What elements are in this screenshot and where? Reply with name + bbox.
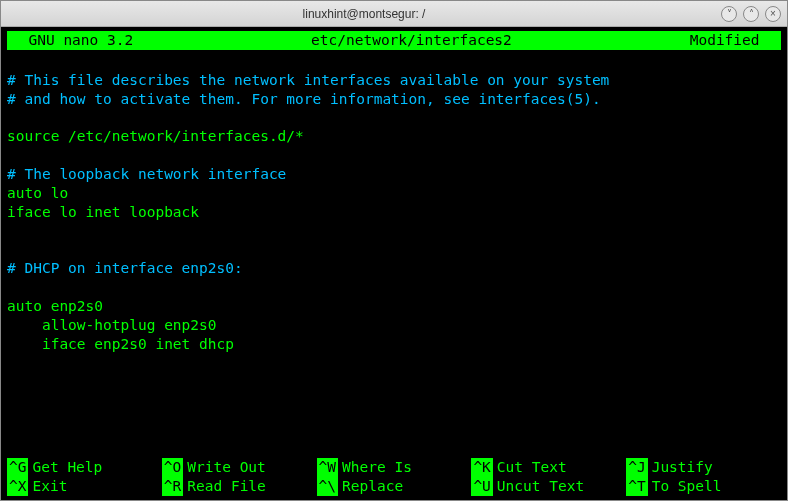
shortcut: ^KCut Text [471,458,626,477]
terminal-area[interactable]: GNU nano 3.2 etc/network/interfaces2 Mod… [1,27,787,500]
window-controls: ˅ ˄ × [721,6,781,22]
editor-line[interactable] [7,221,781,240]
shortcut-key: ^X [7,477,28,496]
editor-line[interactable] [7,353,781,372]
window-titlebar: linuxhint@montsegur: / ˅ ˄ × [1,1,787,27]
editor-line[interactable] [7,278,781,297]
editor-line[interactable]: # The loopback network interface [7,165,781,184]
editor-line[interactable] [7,146,781,165]
minimize-button[interactable]: ˅ [721,6,737,22]
editor-line[interactable]: # This file describes the network interf… [7,71,781,90]
editor-line[interactable] [7,52,781,71]
shortcut-label: Exit [28,477,67,496]
shortcut-label: Read File [183,477,266,496]
shortcut: ^WWhere Is [317,458,472,477]
shortcut: ^\Replace [317,477,472,496]
shortcut: ^TTo Spell [626,477,781,496]
window-title: linuxhint@montsegur: / [7,7,721,21]
shortcut: ^OWrite Out [162,458,317,477]
editor-line[interactable]: source /etc/network/interfaces.d/* [7,127,781,146]
shortcut-row-2: ^XExit^RRead File^\Replace^UUncut Text^T… [7,477,781,496]
terminal-window: linuxhint@montsegur: / ˅ ˄ × GNU nano 3.… [0,0,788,501]
nano-version: GNU nano 3.2 [11,31,133,50]
shortcut-key: ^J [626,458,647,477]
editor-line[interactable]: # and how to activate them. For more inf… [7,90,781,109]
nano-filename: etc/network/interfaces2 [133,31,689,50]
shortcut-label: Replace [338,477,403,496]
shortcut-label: Cut Text [493,458,567,477]
shortcut: ^XExit [7,477,162,496]
shortcut: ^UUncut Text [471,477,626,496]
shortcut-key: ^R [162,477,183,496]
shortcut-key: ^\ [317,477,338,496]
shortcut-key: ^O [162,458,183,477]
editor-line[interactable]: iface enp2s0 inet dhcp [7,335,781,354]
close-button[interactable]: × [765,6,781,22]
nano-footer: ^GGet Help^OWrite Out^WWhere Is^KCut Tex… [7,458,781,496]
shortcut-label: Where Is [338,458,412,477]
editor-line[interactable] [7,240,781,259]
shortcut-label: Write Out [183,458,266,477]
shortcut-label: Justify [648,458,713,477]
shortcut-row-1: ^GGet Help^OWrite Out^WWhere Is^KCut Tex… [7,458,781,477]
shortcut-label: Uncut Text [493,477,584,496]
editor-line[interactable]: # DHCP on interface enp2s0: [7,259,781,278]
editor-line[interactable] [7,372,781,391]
shortcut-key: ^U [471,477,492,496]
editor-line[interactable]: iface lo inet loopback [7,203,781,222]
shortcut: ^GGet Help [7,458,162,477]
editor-line[interactable]: allow-hotplug enp2s0 [7,316,781,335]
shortcut: ^JJustify [626,458,781,477]
shortcut: ^RRead File [162,477,317,496]
maximize-button[interactable]: ˄ [743,6,759,22]
editor-line[interactable]: auto lo [7,184,781,203]
shortcut-key: ^K [471,458,492,477]
shortcut-key: ^W [317,458,338,477]
editor-content[interactable]: # This file describes the network interf… [7,50,781,458]
editor-line[interactable] [7,108,781,127]
shortcut-key: ^T [626,477,647,496]
nano-header: GNU nano 3.2 etc/network/interfaces2 Mod… [7,31,781,50]
editor-line[interactable]: auto enp2s0 [7,297,781,316]
shortcut-label: To Spell [648,477,722,496]
shortcut-key: ^G [7,458,28,477]
nano-status: Modified [690,31,777,50]
shortcut-label: Get Help [28,458,102,477]
